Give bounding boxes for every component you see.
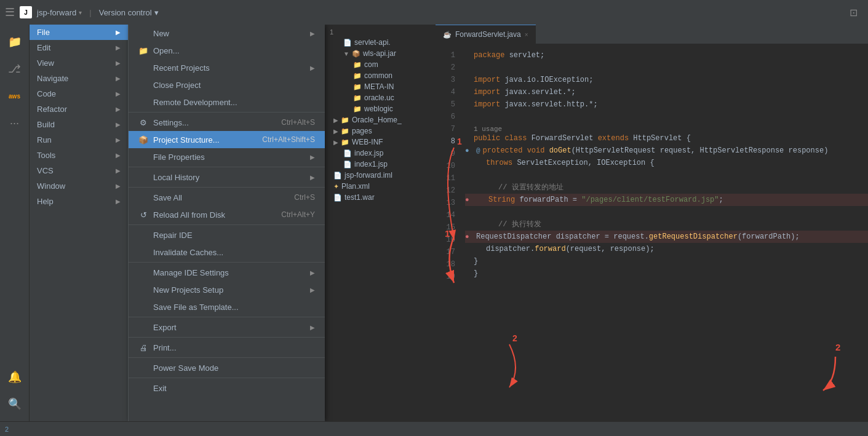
expand-icon: ▼ xyxy=(343,50,349,57)
folder-icon: 📁 xyxy=(353,105,362,113)
icon-sidebar: 📁 ⎇ aws ··· 🔔 🔍 xyxy=(0,25,30,421)
annotation-marker: @ xyxy=(476,145,480,157)
menu-item-vcs[interactable]: VCS ▶ xyxy=(30,163,128,178)
dropdown-manage-ide[interactable]: Manage IDE Settings ▶ xyxy=(129,264,325,281)
tree-item-pages[interactable]: ▶ 📁 pages xyxy=(325,125,436,137)
folder-icon: 📁 xyxy=(341,127,349,135)
code-line-19 xyxy=(465,280,868,292)
menu-edit-chevron: ▶ xyxy=(116,44,121,51)
editor-tabs: ☕ ForwardServlet.java × xyxy=(436,25,868,44)
tree-item-iml[interactable]: 📄 jsp-forward.iml xyxy=(325,170,436,181)
tree-item-oracle-home[interactable]: ▶ 📁 Oracle_Home_ xyxy=(325,114,436,125)
menu-item-help[interactable]: Help ▶ xyxy=(30,194,128,209)
tree-item-webinf[interactable]: ▶ 📁 WEB-INF xyxy=(325,137,436,148)
line-num-18: 18 xyxy=(436,258,460,271)
menu-item-build[interactable]: Build ▶ xyxy=(30,117,128,132)
menu-item-edit[interactable]: Edit ▶ xyxy=(30,40,128,55)
tree-item-index-jsp[interactable]: 📄 index.jsp xyxy=(325,148,436,159)
line-numbers: 1 2 3 4 5 6 7 8 9 10 11 12 13 14 15 16 1 xyxy=(436,44,460,297)
dropdown-close-project[interactable]: Close Project xyxy=(129,76,325,93)
menu-item-run[interactable]: Run ▶ xyxy=(30,132,128,148)
code-line-8: ● @ protected void doGet(HttpServletRequ… xyxy=(465,145,868,157)
file-tree: 1 📄 servlet-api. ▼ 📦 wls-api.jar 📁 com 📁… xyxy=(325,25,436,421)
hamburger-icon[interactable]: ☰ xyxy=(5,6,15,19)
separator-3 xyxy=(129,187,325,188)
dropdown-recent-projects[interactable]: Recent Projects ▶ xyxy=(129,59,325,76)
sidebar-item-search[interactable]: 🔍 xyxy=(2,392,27,416)
dropdown-export[interactable]: Export ▶ xyxy=(129,319,325,336)
dropdown-project-structure[interactable]: 📦 Project Structure... Ctrl+Alt+Shift+S xyxy=(129,131,325,148)
tree-item-common[interactable]: 📁 common xyxy=(325,70,436,81)
menu-item-window[interactable]: Window ▶ xyxy=(30,178,128,194)
sidebar-item-folder[interactable]: 📁 xyxy=(2,30,27,54)
menu-item-refactor[interactable]: Refactor ▶ xyxy=(30,101,128,117)
dropdown-remote-dev[interactable]: Remote Development... xyxy=(129,93,325,111)
save-all-icon xyxy=(138,192,148,202)
tab-close-button[interactable]: × xyxy=(525,31,528,38)
menu-vcs-chevron: ▶ xyxy=(116,167,121,174)
tree-item-oracle[interactable]: 📁 oracle.uc xyxy=(325,92,436,103)
settings-icon: ⚙ xyxy=(138,117,148,127)
menu-item-view[interactable]: View ▶ xyxy=(30,55,128,71)
line-num-14: 14 xyxy=(436,209,460,221)
menu-view-chevron: ▶ xyxy=(116,60,121,66)
editor-tab-forwardservlet[interactable]: ☕ ForwardServlet.java × xyxy=(436,25,536,44)
sidebar-item-commit[interactable]: ⎇ xyxy=(2,57,27,81)
repair-ide-icon xyxy=(138,230,148,240)
dropdown-repair-ide[interactable]: Repair IDE xyxy=(129,226,325,244)
window-icon-button[interactable]: ⊡ xyxy=(843,2,863,22)
dropdown-power-save[interactable]: Power Save Mode xyxy=(129,359,325,376)
project-name[interactable]: jsp-forward ▾ xyxy=(37,8,82,17)
menu-bar: File ▶ Edit ▶ View ▶ Navigate ▶ Code ▶ R… xyxy=(30,25,128,421)
dropdown-local-history[interactable]: Local History ▶ xyxy=(129,168,325,186)
reload-icon: ↺ xyxy=(138,210,148,220)
dropdown-invalidate-caches[interactable]: Invalidate Caches... xyxy=(129,244,325,261)
dropdown-open[interactable]: 📁 Open... xyxy=(129,42,325,59)
dropdown-settings[interactable]: ⚙ Settings... Ctrl+Alt+S xyxy=(129,114,325,131)
code-line-10 xyxy=(465,169,868,181)
menu-run-chevron: ▶ xyxy=(116,137,121,143)
svg-text:2: 2 xyxy=(835,342,840,352)
power-save-icon xyxy=(138,363,148,373)
code-line-15: ● RequestDispatcher dispatcher = request… xyxy=(465,231,868,243)
file-dropdown-panel: New ▶ 📁 Open... Recent Projects ▶ Close … xyxy=(128,25,325,421)
tree-item-war[interactable]: 📄 test1.war xyxy=(325,192,436,203)
dropdown-new-projects-setup[interactable]: New Projects Setup ▶ xyxy=(129,281,325,298)
menu-item-tools[interactable]: Tools ▶ xyxy=(30,148,128,163)
sidebar-item-aws[interactable]: aws xyxy=(2,84,27,108)
manage-ide-icon xyxy=(138,268,148,277)
menu-item-file[interactable]: File ▶ xyxy=(30,25,128,40)
dropdown-print[interactable]: 🖨 Print... xyxy=(129,339,325,356)
dropdown-exit[interactable]: Exit xyxy=(129,379,325,397)
dropdown-new[interactable]: New ▶ xyxy=(129,25,325,42)
tree-item-wls-api[interactable]: ▼ 📦 wls-api.jar xyxy=(325,48,436,59)
tree-item-plan-xml[interactable]: ✦ Plan.xml xyxy=(325,181,436,192)
new-chevron-icon: ▶ xyxy=(310,30,315,37)
line-num-19: 19 xyxy=(436,271,460,283)
dropdown-save-all[interactable]: Save All Ctrl+S xyxy=(129,189,325,206)
code-line-4: import javax.servlet.*; xyxy=(465,86,868,98)
line-num-7: 7 xyxy=(436,123,460,135)
dropdown-reload[interactable]: ↺ Reload All from Disk Ctrl+Alt+Y xyxy=(129,206,325,223)
vcs-label[interactable]: Version control ▾ xyxy=(99,8,159,17)
sidebar-item-more[interactable]: ··· xyxy=(2,111,27,135)
dropdown-file-properties[interactable]: File Properties ▶ xyxy=(129,148,325,165)
tree-item-metainf[interactable]: 📁 META-IN xyxy=(325,81,436,92)
tree-line-number: 1 xyxy=(325,27,436,37)
expand-icon-webinf: ▶ xyxy=(333,139,338,146)
tree-item-servlet-api[interactable]: 📄 servlet-api. xyxy=(325,37,436,48)
vcs-chevron-icon: ▾ xyxy=(154,8,159,17)
tree-item-index1-jsp[interactable]: 📄 index1.jsp xyxy=(325,159,436,170)
code-line-13 xyxy=(465,206,868,218)
code-content[interactable]: package servlet; import java.io.IOExcept… xyxy=(460,44,868,297)
code-line-2 xyxy=(465,61,868,74)
folder-icon: 📁 xyxy=(341,116,349,124)
save-template-icon xyxy=(138,302,148,312)
menu-item-code[interactable]: Code ▶ xyxy=(30,86,128,101)
sidebar-item-notifications[interactable]: 🔔 xyxy=(2,365,27,389)
menu-item-navigate[interactable]: Navigate ▶ xyxy=(30,71,128,86)
tree-item-weblogic[interactable]: 📁 weblogic xyxy=(325,103,436,114)
tree-item-com[interactable]: 📁 com xyxy=(325,59,436,70)
dropdown-save-template[interactable]: Save File as Template... xyxy=(129,298,325,315)
line-num-9: 9 xyxy=(436,148,460,160)
